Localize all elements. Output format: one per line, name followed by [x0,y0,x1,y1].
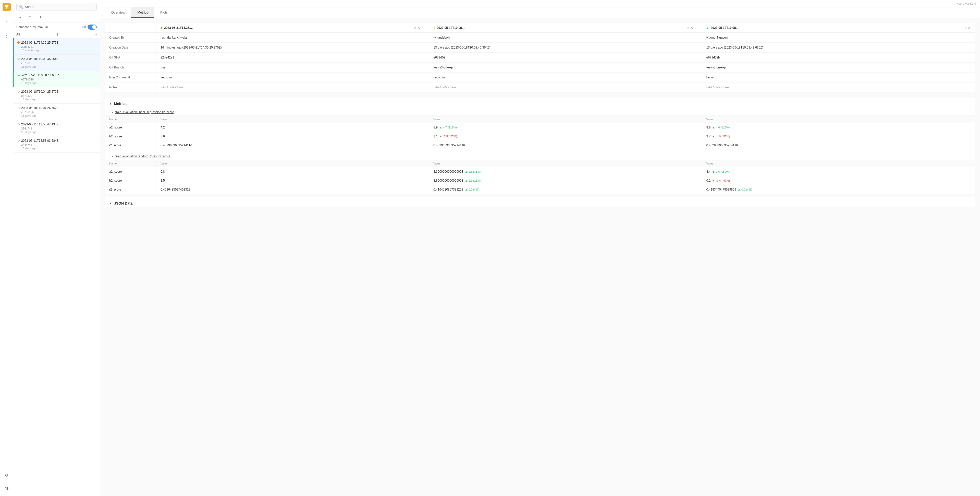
run-item[interactable]: 2023-05-18T10.04.24.767Z e679d02b 13 day… [13,104,100,120]
delta-text: 7.6 (950%) [716,170,730,173]
run-name-text: 2023-05-18T10.04.25.272Z [21,90,59,94]
run-time: 13 days ago [18,98,96,101]
rf-metric-row: b2_score 1.5 3.8000000000000003 ▲ 2.3 (1… [105,176,975,185]
nav-settings-icon[interactable]: ⚙ [2,470,11,480]
json-data-header[interactable]: ▼ JSON Data [105,197,975,207]
run-item[interactable]: 2023-05-11T13.53.03.584Z 334d741 20 days… [13,136,100,153]
run-sha: e679d02b [18,111,96,114]
metrics-col-name-header: Name [105,116,156,123]
col2-git-branch: test-s3-on-exp [429,62,702,72]
run-headers: ◆ 2023-05-31T14.35.... ○ ✕ ⋮ ● 2023-05-1… [105,23,975,33]
col1-close-icon[interactable]: ✕ [417,26,420,30]
run-sha: 334d741 [18,143,96,146]
rf-col-val3-header: Value [702,160,975,167]
metric-val3: 0.40296896595214116 [702,141,975,150]
rf-metric-row: r2_score 0.4036435597452329 0.4164520857… [105,185,975,194]
tab-plots[interactable]: Plots [154,7,174,18]
col3-creation-date: 13 days ago (2023-05-18T10.08.43.635Z) [702,43,975,53]
random-forest-header[interactable]: ▼ train_evaluation.random_forest.r2_scor… [105,152,975,160]
app-logo [3,3,11,11]
collapse-all-button[interactable]: « [16,13,24,21]
rf-metric-val3: 0.4183470478589809 ▲ 0.0 (4%) [702,185,975,194]
metrics-section-title: Metrics [114,102,127,106]
col1-more-icon[interactable]: ⋮ [422,26,425,30]
nav-theme-icon[interactable]: ◑ [2,484,11,493]
overview-row: Run Command kedro run kedro run kedro ru… [105,73,975,83]
download-button[interactable]: ⬇ [37,13,45,21]
col1-title: 2023-05-31T14.35.... [164,26,192,30]
col1-git-branch: main [156,62,429,72]
filter-count: 8 [57,33,59,36]
arrow-down-icon: ▼ [712,135,715,138]
run-name-text: 2023-05-11T13.53.47.134Z [21,123,59,126]
delta-down-icon: ▼ -1.4 (-93%) [712,179,730,182]
delta-up-icon: ▲ 7.6 (950%) [712,170,730,174]
run-time: 13 days ago [18,114,96,117]
col3-created-by: Huong_Nguyen [702,33,975,42]
toggle-knob [92,25,96,29]
rf-metric-val1: 0.8 [156,167,429,176]
metrics-section: ▼ Metrics ▼ train_evaluation.linear_regr… [105,97,975,194]
delta-down-icon: ▼ -7.5 (-87%) [439,135,457,138]
tab-metrics[interactable]: Metrics [131,7,154,18]
metric-val2: 1.1 ▼ -7.5 (-87%) [429,132,702,141]
col3-close-icon[interactable]: ✕ [968,26,971,30]
arrow-up-icon: ▲ [439,126,442,129]
metric-row: b2_score 8.6 1.1 ▼ -7.5 (-87%) 3.7 ▼ - [105,132,975,141]
run-item[interactable]: 2023-05-18T10.08.46.364Z e679d02 13 days… [13,55,100,71]
col1-circle-icon[interactable]: ○ [414,26,416,30]
col2-circle-icon[interactable]: ○ [687,26,689,30]
nav-flowchart-icon[interactable]: ⌃ [2,18,11,27]
metric-val3: 8.8 ▲ 4.6 (110%) [702,123,975,132]
col2-more-icon[interactable]: ⋮ [694,26,698,30]
delta-text: -7.5 (-87%) [443,135,457,138]
rf-col-val1-header: Value [156,160,429,167]
field-label-git-sha: Git SHA [105,53,156,62]
sort-button[interactable]: ⇅ [27,13,35,21]
delta-text: 0.0 (4%) [741,188,752,191]
rf-metric-val2: 0.4164520857338252 ▲ 0.0 (3%) [429,185,702,194]
rf-metric-row: a2_score 0.8 3.3000000000000003 ▲ 2.5 (3… [105,167,975,176]
rf-col-name-header: Name [105,160,156,167]
run-dot-triangle [18,74,20,77]
col1-notes: - Add notes here [156,83,429,92]
col3-circle-icon[interactable]: ○ [965,26,967,30]
metrics-section-header[interactable]: ▼ Metrics [105,97,975,108]
nav-experiment-icon[interactable]: 〈 [2,32,11,41]
col2-close-icon[interactable]: ✕ [690,26,694,30]
run-name-text: 2023-05-31T14.35.25.275Z [21,41,59,45]
overview-row: Git Branch main test-s3-on-exp test-s3-o… [105,62,975,73]
run-list: 2023-05-31T14.35.25.275Z 22be42e1 16 min… [13,38,100,496]
rf-metric-val2: 3.8000000000000003 ▲ 2.3 (153%) [429,176,702,185]
search-box: 🔍 [16,3,97,11]
field-label-git-branch: Git Branch [105,62,156,72]
col2-run-command: kedro run [429,73,702,82]
field-label-creation-date: Creation Date [105,43,156,53]
run-item[interactable]: 2023-05-18T10.08.43.635Z e679d02b 13 day… [13,71,100,87]
compare-on-label: On [82,25,86,29]
linear-regression-header[interactable]: ▼ train_evaluation.linear_regression.r2_… [105,108,975,116]
run-time: 20 days ago [18,131,96,134]
compare-toggle[interactable] [88,24,97,30]
random-forest-subsection: ▼ train_evaluation.random_forest.r2_scor… [105,152,975,194]
run-col-header-1: ◆ 2023-05-31T14.35.... ○ ✕ ⋮ [156,23,429,32]
rf-metric-val3: 0.1 ▼ -1.4 (-93%) [702,176,975,185]
delta-text: 2.5 (313%) [469,170,482,173]
delta-up-icon: ▲ 2.3 (153%) [465,179,482,182]
run-sha: 334d741 [18,127,96,130]
json-data-chevron-icon: ▼ [109,202,112,205]
col2-creation-date: 13 days ago (2023-05-18T10.08.46.364Z) [429,43,702,53]
search-input[interactable] [25,5,94,9]
filter-chevron-icon[interactable]: ▾ [95,33,97,36]
run-item[interactable]: 2023-05-18T10.04.25.272Z e679d02 13 days… [13,87,100,104]
run-dot-square [18,123,20,125]
icon-sidebar: ⌃ 〈 ⚙ ◑ [0,0,13,496]
run-col-header-3: ▲ 2023-05-18T10.08.... ○ ✕ [702,23,975,32]
run-item[interactable]: 2023-05-31T14.35.25.275Z 22be42e1 16 min… [13,38,100,55]
tab-overview[interactable]: Overview [105,7,131,18]
run-item[interactable]: 2023-05-11T13.53.47.134Z 334d741 20 days… [13,120,100,136]
rf-col-val2-header: Value [429,160,702,167]
col2-title: 2023-05-18T10.08.... [437,26,465,30]
random-forest-chevron-icon: ▼ [111,155,114,158]
col1-controls: ○ ✕ ⋮ [414,26,425,30]
